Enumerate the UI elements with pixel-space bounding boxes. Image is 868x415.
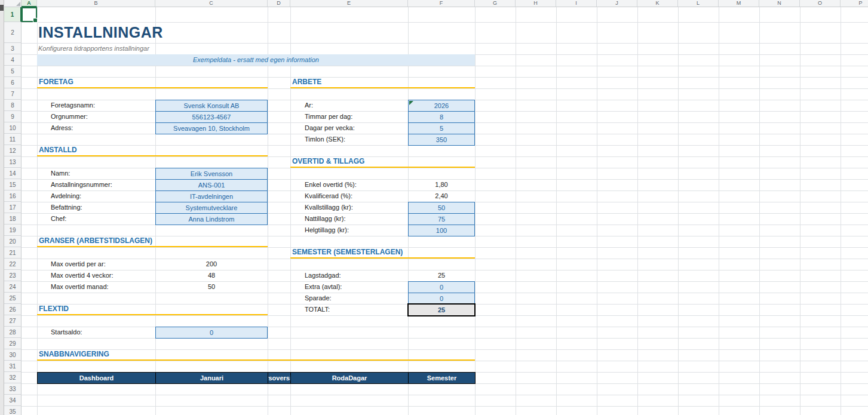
input-foretagsnamn[interactable]: Svensk Konsult AB [155,100,268,112]
row-header-11[interactable]: 11 [4,134,22,145]
field-label: Kvallstillagg (kr): [305,202,353,213]
row-header-34[interactable]: 34 [4,395,22,406]
nav-button-dashboard[interactable]: Dashboard [37,372,156,384]
value-max-overtid-veckor[interactable]: 48 [155,270,268,281]
row-header-26[interactable]: 26 [4,304,22,315]
row-header-4[interactable]: 4 [4,54,22,66]
field-label: Sparade: [305,293,332,304]
row-header-18[interactable]: 18 [4,213,22,225]
page-subtitle: Konfigurera tidrapportens installningar [38,43,149,54]
column-header-A[interactable]: A [22,0,37,7]
input-extra-avtal[interactable]: 0 [408,281,475,293]
input-chef[interactable]: Anna Lindstrom [155,213,268,225]
value-max-overtid-manad[interactable]: 50 [155,281,268,293]
value-enkel-overtid[interactable]: 1,80 [408,179,475,190]
row-header-29[interactable]: 29 [4,338,22,349]
row-header-28[interactable]: 28 [4,327,22,338]
input-timmar-per-dag[interactable]: 8 [408,111,475,123]
fill-handle[interactable] [33,18,38,23]
row-header-17[interactable]: 17 [4,202,22,213]
input-befattning[interactable]: Systemutvecklare [155,202,268,214]
field-label: Lagstadgad: [305,270,341,281]
nav-button-arsoversikt[interactable]: Arsoversikt [268,372,291,384]
row-header-25[interactable]: 25 [4,293,22,304]
row-header-14[interactable]: 14 [4,168,22,179]
input-adress[interactable]: Sveavagen 10, Stockholm [155,122,268,134]
row-header-27[interactable]: 27 [4,315,22,327]
value-lagstadgad[interactable]: 25 [408,270,475,281]
row-header-15[interactable]: 15 [4,179,22,190]
column-header-G[interactable]: G [475,0,516,7]
row-header-21[interactable]: 21 [4,247,22,259]
input-dagar-per-vecka[interactable]: 5 [408,122,475,134]
value-max-overtid-ar[interactable]: 200 [155,259,268,270]
column-header-F[interactable]: F [408,0,475,7]
row-header-13[interactable]: 13 [4,156,22,168]
column-header-C[interactable]: C [155,0,268,7]
gridline [22,168,868,168]
row-header-6[interactable]: 6 [4,77,22,88]
field-label: Nattillagg (kr): [305,213,345,225]
input-kvallstillagg[interactable]: 50 [408,202,475,214]
row-header-7[interactable]: 7 [4,88,22,100]
section-title-arbete: ARBETE [290,77,475,88]
column-header-I[interactable]: I [556,0,597,7]
row-header-31[interactable]: 31 [4,361,22,372]
nav-button-semester[interactable]: Semester [408,372,476,384]
field-label: Chef: [51,213,66,225]
input-startsaldo[interactable]: 0 [155,327,268,339]
gridline [759,7,760,415]
nav-button-januari[interactable]: Januari [155,372,268,384]
input-helgtillagg[interactable]: 100 [408,225,475,236]
input-nattillagg[interactable]: 75 [408,213,475,225]
column-header-N[interactable]: N [759,0,800,7]
window-edge-mark [0,5,4,11]
input-anstallningsnummer[interactable]: ANS-001 [155,179,268,191]
column-header-M[interactable]: M [719,0,759,7]
row-header-5[interactable]: 5 [4,66,22,77]
row-header-22[interactable]: 22 [4,259,22,270]
column-header-O[interactable]: O [800,0,841,7]
nav-button-rodadagar[interactable]: RodaDagar [290,372,409,384]
value-kvalificerad[interactable]: 2,40 [408,190,475,202]
row-header-32[interactable]: 32 [4,372,22,383]
row-header-12[interactable]: 12 [4,145,22,156]
column-header-K[interactable]: K [637,0,678,7]
field-label: Timlon (SEK): [305,134,345,145]
row-header-23[interactable]: 23 [4,270,22,281]
row-header-30[interactable]: 30 [4,349,22,361]
input-ar[interactable]: 2026 [408,100,475,112]
row-header-9[interactable]: 9 [4,111,22,122]
column-header-B[interactable]: B [37,0,155,7]
row-header-8[interactable]: 8 [4,100,22,111]
section-title-flextid: FLEXTID [37,304,268,315]
row-header-20[interactable]: 20 [4,236,22,247]
select-all-corner[interactable] [4,0,22,7]
row-header-3[interactable]: 3 [4,43,22,54]
gridline [637,7,638,415]
total-semester-cell[interactable]: 25 [407,303,476,316]
input-sparade[interactable]: 0 [408,293,475,305]
column-header-E[interactable]: E [290,0,408,7]
column-header-P[interactable]: P [841,0,868,7]
input-orgnummer[interactable]: 556123-4567 [155,111,268,123]
row-header-10[interactable]: 10 [4,122,22,134]
field-label: Befattning: [51,202,82,213]
column-header-D[interactable]: D [268,0,290,7]
row-header-24[interactable]: 24 [4,281,22,293]
field-label: Timmar per dag: [305,111,352,122]
row-header-2[interactable]: 2 [4,22,22,43]
column-header-L[interactable]: L [678,0,719,7]
row-header-33[interactable]: 33 [4,383,22,395]
input-avdelning[interactable]: IT-avdelningen [155,190,268,202]
input-timlon[interactable]: 350 [408,134,475,146]
field-label: Enkel overtid (%): [305,179,357,190]
row-header-35[interactable]: 35 [4,406,22,415]
row-header-16[interactable]: 16 [4,190,22,202]
selected-cell-a1[interactable] [22,7,37,22]
row-header-19[interactable]: 19 [4,225,22,236]
column-header-H[interactable]: H [516,0,556,7]
input-namn[interactable]: Erik Svensson [155,168,268,180]
column-header-J[interactable]: J [597,0,637,7]
row-header-1[interactable]: 1 [4,7,22,22]
